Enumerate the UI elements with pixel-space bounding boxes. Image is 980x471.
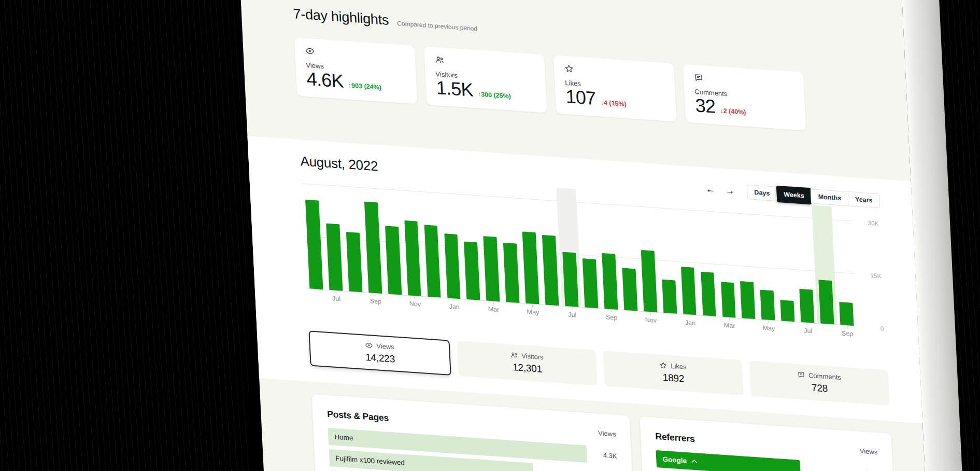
chart-bar[interactable] [701, 272, 716, 316]
highlight-card-value: 1.5K [436, 79, 474, 99]
chart-bar[interactable] [305, 199, 323, 289]
chart-bar[interactable] [662, 280, 677, 314]
chart-bar[interactable] [760, 290, 775, 321]
highlight-card-delta: ↓2 (40%) [720, 107, 746, 118]
highlight-card-delta: ↑300 (25%) [478, 91, 512, 102]
summary-tab-label: Comments [808, 371, 842, 381]
comment-icon [797, 370, 805, 379]
chevron-up-icon[interactable] [691, 459, 697, 463]
chart-bar[interactable] [424, 225, 441, 298]
stats-page-scene: 7-day highlights Compared to previous pe… [238, 0, 974, 471]
summary-tab-value: 14,223 [365, 352, 395, 365]
eye-icon [365, 341, 373, 350]
y-axis-labels: 30K15K0 [856, 214, 886, 328]
chart-controls: ← → DaysWeeksMonthsYears [703, 182, 880, 208]
chart-bar[interactable] [839, 302, 854, 326]
x-axis-label: Jul [332, 291, 340, 302]
y-axis-label: 0 [880, 325, 884, 333]
chart-bar[interactable] [602, 253, 618, 310]
x-axis-label: May [527, 304, 539, 316]
summary-tab-comments[interactable]: Comments 728 [749, 361, 889, 405]
y-axis-label: 30K [868, 219, 879, 227]
x-axis-label: Jul [568, 307, 577, 318]
x-axis-label: Jan [449, 299, 460, 311]
summary-tab-label: Visitors [521, 352, 544, 361]
x-axis-label: May [762, 321, 775, 333]
granularity-months[interactable]: Months [811, 189, 848, 205]
x-axis-label: Sep [370, 294, 381, 306]
summary-tab-visitors[interactable]: Visitors 12,301 [457, 341, 597, 385]
chart-bar[interactable] [346, 232, 362, 292]
star-icon [564, 64, 574, 74]
y-axis-label: 15K [870, 272, 882, 280]
left-black-border [0, 0, 249, 471]
chart-bar[interactable] [484, 236, 500, 301]
referrers-views-column-header: Views [859, 447, 877, 456]
granularity-weeks[interactable]: Weeks [776, 185, 812, 204]
x-axis-label: Nov [645, 312, 657, 324]
highlight-card-value: 4.6K [306, 70, 344, 90]
chart-bar[interactable] [583, 258, 598, 308]
summary-tab-label: Views [376, 342, 394, 351]
highlight-card-delta: ↓4 (15%) [600, 99, 627, 109]
highlight-card-comments: Comments 32 ↓2 (40%) [683, 64, 806, 130]
chart-bar[interactable] [444, 233, 461, 299]
summary-tab-value: 1892 [662, 372, 685, 385]
highlight-card-likes: Likes 107 ↓4 (15%) [553, 55, 676, 121]
posts-pages-title: Posts & Pages [327, 409, 389, 424]
chart-bar[interactable] [562, 252, 578, 307]
referrers-panel: Referrers Views Google 6.2K [640, 417, 899, 471]
x-axis-label: Mar [488, 302, 500, 314]
highlight-card-value: 107 [565, 88, 596, 107]
chart-bar[interactable] [740, 281, 755, 319]
next-period-button[interactable]: → [722, 183, 737, 198]
eye-icon [305, 46, 315, 56]
posts-views-column-header: Views [598, 429, 616, 438]
stats-page: 7-day highlights Compared to previous pe… [238, 0, 937, 471]
chart-bar[interactable] [721, 282, 736, 317]
chart-bar[interactable] [385, 226, 402, 295]
highlight-card-delta: ↑903 (24%) [348, 82, 382, 93]
summary-tab-label: Likes [671, 362, 687, 371]
summary-tab-value: 12,301 [513, 362, 543, 375]
highlight-card-value: 32 [695, 96, 716, 116]
posts-pages-panel: Posts & Pages Views Home 4.3K Fujifilm x… [311, 394, 637, 471]
referrers-title: Referrers [655, 431, 695, 445]
granularity-years[interactable]: Years [847, 192, 879, 207]
chart-bar[interactable] [780, 300, 795, 322]
chart-bar[interactable] [622, 268, 637, 311]
summary-tab-views[interactable]: Views 14,223 [308, 330, 451, 376]
chart-bar[interactable] [681, 267, 697, 315]
summary-tab-likes[interactable]: Likes 1892 [603, 351, 743, 395]
x-axis-label: Nov [409, 296, 421, 308]
x-axis-label: Sep [841, 326, 853, 338]
x-axis-label: Jan [685, 315, 695, 327]
highlights-title: 7-day highlights [293, 6, 389, 29]
chart-bar[interactable] [503, 243, 519, 303]
granularity-days[interactable]: Days [747, 185, 777, 200]
comment-icon [694, 73, 704, 82]
chart-bar[interactable] [800, 289, 815, 323]
x-axis-label: Jul [804, 323, 813, 335]
star-icon [659, 361, 667, 369]
period-title: August, 2022 [300, 153, 378, 174]
highlight-card-views: Views 4.6K ↑903 (24%) [294, 37, 417, 104]
chart-bar[interactable] [542, 235, 559, 306]
post-title: Home [334, 433, 353, 442]
chart-bar[interactable] [464, 242, 480, 300]
x-axis-label: Sep [605, 310, 617, 322]
referrer-title: Google [662, 455, 687, 465]
chart-bar[interactable] [404, 220, 421, 296]
chart-bar[interactable] [364, 202, 382, 294]
chart-bar[interactable] [819, 280, 834, 324]
previous-period-button[interactable]: ← [703, 182, 718, 197]
granularity-tabs: DaysWeeksMonthsYears [747, 184, 880, 208]
period-stats-section: August, 2022 ← → DaysWeeksMonthsYears 30… [247, 136, 922, 423]
post-views-value: 4.3K [587, 450, 617, 460]
post-title: Fujifilm x100 reviewed [335, 454, 405, 467]
highlight-card-visitors: Visitors 1.5K ↑300 (25%) [424, 46, 547, 113]
chart-bar[interactable] [326, 224, 343, 291]
people-icon [435, 55, 445, 65]
chart-bar[interactable] [522, 232, 539, 304]
summary-tab-value: 728 [811, 382, 828, 394]
